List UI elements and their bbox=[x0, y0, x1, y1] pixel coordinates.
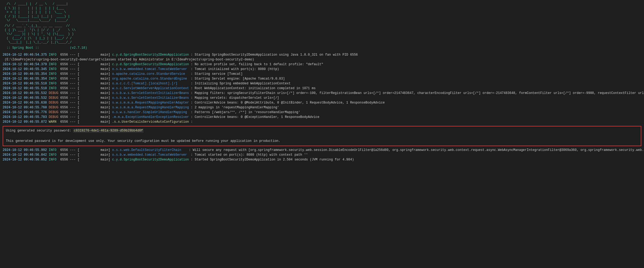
log-line-8: 2024-10-12 09:46:55.532 DEBUG 6556 --- [… bbox=[3, 91, 641, 96]
log-line-indent: (E:\IdeaProjects\spring-boot-security2-d… bbox=[3, 57, 641, 62]
log-line-17: 2024-10-12 09:46:56.052 INFO 6556 --- [ … bbox=[3, 157, 641, 162]
log-line-2: 2024-10-12 09:46:54.379 INFO 6556 --- [ … bbox=[3, 62, 641, 67]
log-line-6: 2024-10-12 09:46:55.510 INFO 6556 --- [ … bbox=[3, 81, 641, 86]
password-value: c8319276-4de1-461a-9289-d59b28bb4d0f bbox=[73, 129, 144, 133]
spring-ascii-art: /\ / ____| | / __ \ / _____| ( \ )| | | … bbox=[3, 2, 641, 23]
log-line-4: 2024-10-12 09:46:55.354 INFO 6556 --- [ … bbox=[3, 72, 641, 76]
log-line-10: 2024-10-12 09:46:55.638 DEBUG 6556 --- [… bbox=[3, 100, 641, 105]
security-note: This generated password is for developme… bbox=[6, 139, 638, 143]
log-line-5: 2024-10-12 09:46:55.354 INFO 6556 --- [ … bbox=[3, 76, 641, 81]
console-container: /\ / ____| | / __ \ / _____| ( \ )| | | … bbox=[3, 2, 641, 162]
log-line-7: 2024-10-12 09:46:55.510 INFO 6556 --- [ … bbox=[3, 86, 641, 91]
log-line-15: 2024-10-12 09:46:55.992 INFO 6556 --- [ … bbox=[3, 148, 641, 152]
security-password-box: Using generated security password: c8319… bbox=[3, 126, 641, 146]
log-line-1: 2024-10-12 09:46:54.375 INFO 6556 --- [ … bbox=[3, 52, 641, 57]
log-line-3: 2024-10-12 09:46:55.345 INFO 6556 --- [ … bbox=[3, 67, 641, 72]
spring-ascii-art2: /\/ / ___`_'._(_)__ __ __ ____ // ( ( )\… bbox=[3, 24, 641, 45]
log-line-14: 2024-10-12 09:46:55.872 WARN 6556 --- [ … bbox=[3, 119, 641, 124]
log-line-11: 2024-10-12 09:46:55.760 DEBUG 6556 --- [… bbox=[3, 105, 641, 110]
security-password-line: Using generated security password: c8319… bbox=[6, 129, 638, 133]
log-line-13: 2024-10-12 09:46:55.783 DEBUG 6556 --- [… bbox=[3, 115, 641, 119]
log-line-12: 2024-10-12 09:46:55.776 DEBUG 6556 --- [… bbox=[3, 110, 641, 115]
log-line-16: 2024-10-12 09:46:56.042 INFO 6556 --- [ … bbox=[3, 152, 641, 157]
password-label: Using generated security password: bbox=[6, 129, 73, 133]
spring-version: :: Spring Boot :: (v2.7.18) bbox=[3, 46, 641, 50]
log-line-9: 2024-10-12 09:46:55.532 DEBUG 6556 --- [… bbox=[3, 96, 641, 100]
